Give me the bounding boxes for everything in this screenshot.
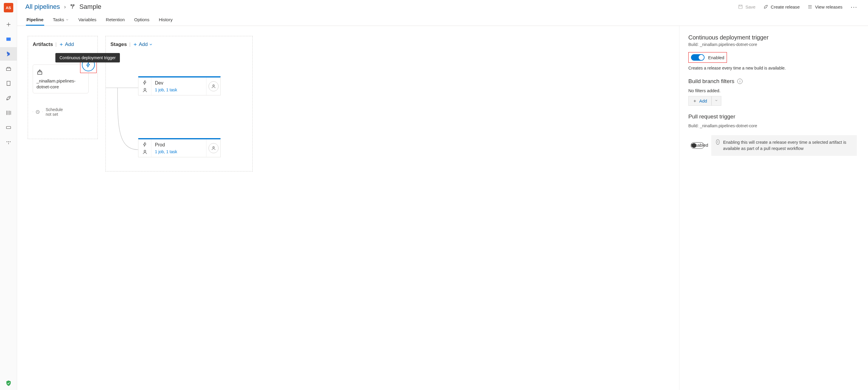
add-stage-label: Add <box>139 41 148 48</box>
artifacts-zone: Artifacts | Add Continuous deployment tr… <box>28 36 98 139</box>
cd-enabled-toggle[interactable] <box>691 54 705 61</box>
tab-tasks-label: Tasks <box>53 17 64 22</box>
save-button: Save <box>736 3 757 10</box>
build-source-icon <box>36 69 43 76</box>
cd-description: Creates a release every time a new build… <box>688 66 859 70</box>
tab-options[interactable]: Options <box>134 15 150 26</box>
nav-new-icon[interactable] <box>0 18 17 31</box>
nav-boards-icon[interactable] <box>0 32 17 46</box>
stage-tasks-link[interactable]: 1 job, 1 task <box>155 149 203 154</box>
pr-enabled-toggle[interactable]: Disabled <box>691 142 704 149</box>
tab-retention[interactable]: Retention <box>105 15 125 26</box>
lightning-icon <box>85 62 91 68</box>
pr-build-source: Build: _ninallam.pipelines-dotnet-core <box>688 123 859 128</box>
svg-rect-3 <box>6 126 10 128</box>
info-icon: i <box>716 139 719 145</box>
stage-tasks-link[interactable]: 1 job, 1 task <box>155 88 203 92</box>
create-release-button[interactable]: Create release <box>762 3 801 10</box>
stage-postdeploy-conditions[interactable] <box>206 78 220 95</box>
nav-testplans-icon[interactable] <box>0 77 17 90</box>
svg-rect-10 <box>38 72 42 74</box>
stage-card-prod[interactable]: Prod 1 job, 1 task <box>138 138 221 157</box>
nav-status-shield-icon[interactable] <box>0 377 17 390</box>
pipeline-title: Sample <box>70 3 101 10</box>
cd-trigger-heading: Continuous deployment trigger <box>688 34 859 41</box>
add-artifact-label: Add <box>65 41 74 48</box>
stage-name: Dev <box>155 81 203 86</box>
svg-point-5 <box>8 141 9 142</box>
svg-point-14 <box>144 150 146 152</box>
chevron-down-icon <box>65 18 69 22</box>
view-releases-button[interactable]: View releases <box>806 3 844 10</box>
clock-icon <box>33 106 43 118</box>
svg-point-4 <box>6 141 7 142</box>
add-filter-label: Add <box>699 98 707 103</box>
artifact-name: _ninallam.pipelines-dotnet-core <box>36 78 85 90</box>
cd-enabled-label: Enabled <box>708 55 724 60</box>
svg-rect-1 <box>6 68 10 70</box>
artifacts-title: Artifacts <box>33 41 53 48</box>
tab-pipeline[interactable]: Pipeline <box>26 15 44 26</box>
person-icon <box>142 88 148 93</box>
header-bar: All pipelines › Sample Save Create relea… <box>17 0 868 12</box>
stages-zone: Stages | Add <box>105 36 253 172</box>
schedule-label: Schedule <box>45 107 63 112</box>
stage-postdeploy-conditions[interactable] <box>206 139 220 157</box>
create-release-label: Create release <box>771 4 800 9</box>
more-actions-button[interactable]: ··· <box>848 3 860 10</box>
cd-build-source: Build: _ninallam.pipelines-dotnet-core <box>688 42 859 47</box>
nav-library-icon[interactable] <box>0 106 17 120</box>
chevron-down-icon <box>149 42 153 47</box>
add-filter-button[interactable]: Add <box>688 96 721 106</box>
pipeline-icon <box>70 3 76 10</box>
nav-deploy-icon[interactable] <box>0 121 17 134</box>
save-label: Save <box>745 4 755 9</box>
breadcrumb-root[interactable]: All pipelines <box>25 3 60 10</box>
no-filters-text: No filters added. <box>688 88 859 93</box>
stage-name: Prod <box>155 142 203 148</box>
branch-filters-heading: Build branch filters <box>688 78 734 85</box>
nav-rocket-icon[interactable] <box>0 91 17 105</box>
pr-trigger-heading: Pull request trigger <box>688 113 735 120</box>
nav-repos-icon[interactable] <box>0 62 17 76</box>
pr-info-banner: i Enabling this will create a release ev… <box>711 135 857 156</box>
settings-panel: Continuous deployment trigger Build: _ni… <box>680 26 868 390</box>
artifact-card[interactable]: Continuous deployment trigger <box>33 64 89 93</box>
org-badge[interactable]: AS <box>4 3 13 12</box>
pipeline-canvas: Artifacts | Add Continuous deployment tr… <box>17 26 680 390</box>
svg-rect-8 <box>73 5 74 6</box>
pr-disabled-row: Disabled i Enabling this will create a r… <box>688 133 859 158</box>
svg-rect-9 <box>739 5 742 8</box>
pr-info-text: Enabling this will create a release ever… <box>723 139 852 152</box>
view-releases-label: View releases <box>815 4 842 9</box>
nav-more-icon[interactable] <box>0 136 17 149</box>
svg-point-13 <box>213 85 214 86</box>
chevron-down-icon <box>715 99 718 102</box>
info-icon[interactable]: i <box>737 79 743 84</box>
tab-variables[interactable]: Variables <box>78 15 97 26</box>
person-icon <box>211 84 216 89</box>
svg-rect-0 <box>6 38 10 41</box>
tab-tasks[interactable]: Tasks <box>53 15 69 26</box>
add-artifact-button[interactable]: Add <box>59 41 74 48</box>
nav-pipelines-icon[interactable] <box>0 47 17 61</box>
stage-card-dev[interactable]: Dev 1 job, 1 task <box>138 76 221 95</box>
svg-point-15 <box>213 147 214 148</box>
stage-predeploy-conditions[interactable] <box>138 78 151 95</box>
schedule-row[interactable]: Schedule not set <box>33 106 93 118</box>
tab-history[interactable]: History <box>158 15 173 26</box>
add-stage-button[interactable]: Add <box>133 41 153 48</box>
schedule-value: not set <box>45 112 63 117</box>
lightning-icon <box>142 80 148 85</box>
plus-icon <box>693 99 697 103</box>
pipeline-name: Sample <box>79 3 101 10</box>
svg-rect-7 <box>71 5 72 6</box>
cd-enabled-row: Enabled <box>688 52 727 63</box>
add-filter-dropdown[interactable] <box>711 96 721 106</box>
svg-rect-2 <box>7 81 10 86</box>
svg-point-6 <box>10 141 10 142</box>
stage-predeploy-conditions[interactable] <box>138 139 151 157</box>
left-nav-rail: AS <box>0 0 17 390</box>
editor-tabs: Pipeline Tasks Variables Retention Optio… <box>17 12 868 26</box>
stages-title: Stages <box>111 41 127 48</box>
